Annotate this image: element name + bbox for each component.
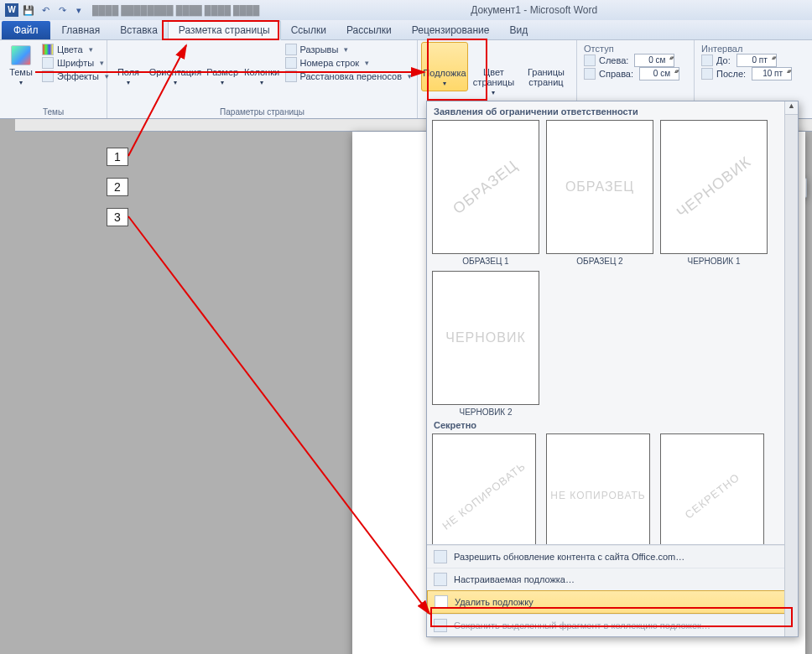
size-button[interactable]: Размер▾ (205, 42, 241, 90)
tab-home[interactable]: Главная (52, 21, 111, 39)
spacing-before-row: До:0 пт (701, 54, 797, 67)
watermark-gallery: ▲ Заявления об ограничении ответственнос… (426, 101, 799, 637)
watermark-nocopy2[interactable]: НЕ КОПИРОВАТЬ НЕ КОПИРОВАТЬ 2 (546, 433, 653, 544)
spacing-after-field[interactable]: 10 пт (752, 67, 792, 80)
margins-button[interactable]: Поля▾ (111, 42, 146, 90)
tab-insert[interactable]: Вставка (110, 21, 168, 39)
callout-3: 3 (107, 208, 128, 226)
colors-icon (42, 44, 54, 55)
watermark-sample2[interactable]: ОБРАЗЕЦ ОБРАЗЕЦ 2 (546, 120, 653, 266)
tab-file[interactable]: Файл (2, 21, 50, 39)
spacing-title: Интервал (701, 44, 797, 54)
orientation-button[interactable]: Ориентация▾ (148, 42, 203, 90)
tab-references[interactable]: Ссылки (281, 21, 336, 39)
spacing-before-icon (701, 54, 713, 66)
theme-colors[interactable]: Цвета (42, 44, 109, 55)
spacing-after-row: После:10 пт (701, 67, 797, 80)
themes-button[interactable]: Темы ▾ (3, 42, 39, 90)
menu-remove-watermark[interactable]: Удалить подложку (427, 590, 798, 614)
hyphenation-icon (285, 70, 297, 82)
watermark-nocopy1[interactable]: НЕ КОПИРОВАТЬ НЕ КОПИРОВАТЬ 1 (432, 433, 539, 544)
indent-right-row: Справа:0 см (584, 67, 687, 80)
globe-icon (434, 550, 447, 563)
watermark-sample1[interactable]: ОБРАЗЕЦ ОБРАЗЕЦ 1 (432, 120, 539, 266)
watermark-draft2[interactable]: ЧЕРНОВИК ЧЕРНОВИК 2 (432, 271, 539, 417)
menu-office-update[interactable]: Разрешить обновление контента с сайта Of… (427, 545, 798, 568)
tab-page-layout[interactable]: Разметка страницы (168, 20, 281, 40)
indent-title: Отступ (584, 44, 687, 54)
columns-button[interactable]: Колонки▾ (242, 42, 282, 90)
line-numbers-button[interactable]: Номера строк (285, 57, 412, 69)
line-numbers-icon (285, 57, 297, 69)
tab-mailings[interactable]: Рассылки (336, 21, 402, 39)
menu-save-selection: Сохранить выделенный фрагмент в коллекци… (427, 614, 798, 636)
remove-icon (435, 595, 448, 609)
indent-left-field[interactable]: 0 см (634, 54, 674, 67)
app-icon: W (5, 3, 18, 17)
redo-icon[interactable]: ↷ (55, 3, 69, 17)
watermark-secret1[interactable]: СЕКРЕТНО СЕКРЕТНО 1 (660, 433, 768, 544)
menu-custom-watermark[interactable]: Настраиваемая подложка… (427, 568, 798, 590)
page-color-button[interactable]: Цвет страницы▾ (470, 42, 518, 100)
theme-fonts[interactable]: Шрифты (42, 57, 109, 69)
ribbon-tabs: Файл Главная Вставка Разметка страницы С… (0, 20, 812, 40)
section-secret: Секретно (432, 417, 783, 433)
tab-view[interactable]: Вид (499, 21, 538, 39)
gallery-scrollbar[interactable]: ▲ (784, 101, 798, 636)
group-label-themes: Темы (3, 106, 103, 117)
indent-left-row: Слева:0 см (584, 54, 687, 67)
indent-right-icon (584, 68, 596, 80)
custom-icon (434, 573, 447, 586)
breaks-button[interactable]: Разрывы (285, 44, 412, 55)
breaks-icon (285, 44, 297, 55)
indent-left-icon (584, 54, 596, 66)
spacing-after-icon (701, 68, 713, 80)
hyphenation-button[interactable]: Расстановка переносов (285, 70, 412, 82)
save-selection-icon (434, 619, 447, 632)
group-themes: Темы ▾ Цвета Шрифты Эффекты Темы (0, 40, 107, 118)
callout-1: 1 (107, 148, 128, 166)
effects-icon (42, 70, 54, 82)
group-label-page-setup: Параметры страницы (111, 106, 414, 117)
watermark-draft1[interactable]: ЧЕРНОВИК ЧЕРНОВИК 1 (660, 120, 768, 266)
section-disclaimer: Заявления об ограничении ответственности (432, 103, 783, 120)
undo-icon[interactable]: ↶ (39, 3, 52, 17)
theme-effects[interactable]: Эффекты (42, 70, 109, 82)
qat-customize-icon[interactable]: ▾ (72, 3, 86, 17)
window-title: Документ1 - Microsoft Word (259, 4, 809, 16)
tab-review[interactable]: Рецензирование (402, 21, 500, 39)
watermark-button[interactable]: А Подложка▾ (421, 42, 468, 91)
fonts-icon (42, 57, 54, 69)
save-icon[interactable]: 💾 (22, 3, 35, 17)
group-page-setup: Поля▾ Ориентация▾ Размер▾ Колонки▾ Разры… (107, 40, 418, 118)
title-bar: W 💾 ↶ ↷ ▾ ████ ████████ ████ ████ ████ Д… (0, 0, 812, 20)
themes-icon (11, 45, 31, 65)
blurred-title: ████ ████████ ████ ████ ████ (92, 5, 259, 15)
callout-2: 2 (107, 178, 128, 196)
themes-label: Темы (9, 67, 33, 77)
page-borders-button[interactable]: Границы страниц (519, 42, 573, 91)
gallery-footer: Разрешить обновление контента с сайта Of… (427, 544, 798, 636)
spacing-before-field[interactable]: 0 пт (737, 54, 777, 67)
indent-right-field[interactable]: 0 см (639, 67, 679, 80)
